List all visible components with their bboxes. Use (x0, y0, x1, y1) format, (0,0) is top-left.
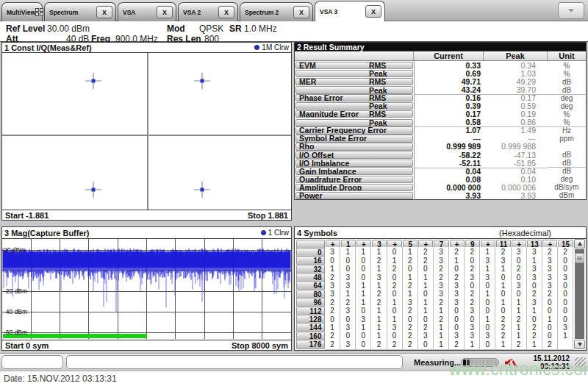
symbol-row: 962212131232011300 (295, 298, 573, 306)
vsa-application-window: MultiViewSpectrumXVSAXVSA 2XSpectrum 2XV… (0, 0, 588, 386)
tab-close-button[interactable]: X (293, 6, 309, 18)
symbol-row: 1441311322103021203 (295, 323, 573, 331)
tab-vsa-2[interactable]: VSA 2X (178, 2, 238, 21)
result-unit: deg (548, 94, 586, 102)
result-unit: ppm (548, 135, 586, 143)
result-current: 3.93 (414, 191, 484, 200)
result-label: Carrier Frequency Error (295, 126, 413, 134)
result-label: Quadrature Error (295, 176, 413, 183)
result-unit: % (548, 62, 586, 70)
symbol-cell: 0 (480, 340, 495, 350)
symbol-row-label: 176 (296, 340, 325, 349)
result-row: Magnitude ErrorRMS0.170.19% (295, 110, 586, 118)
scrollbar-track[interactable] (575, 249, 584, 339)
result-row: Peak43.2439.70dB (295, 85, 586, 93)
tab-multiview[interactable]: MultiView (1, 2, 43, 21)
symbol-cell: 2 (371, 340, 387, 350)
result-label: Gain Imbalance (295, 167, 413, 174)
symbols-format-label: (Hexadecimal) (499, 229, 584, 237)
symbol-cell (558, 340, 573, 350)
trace-label: 1M Clrw (262, 43, 289, 51)
window4-title: 4 Symbols (297, 229, 337, 237)
chevron-down-icon (568, 9, 574, 12)
tab-close-button[interactable]: X (157, 6, 173, 18)
symbol-cell: 2 (387, 340, 403, 350)
tab-bar: MultiViewSpectrumXVSAXVSA 2XSpectrum 2XV… (0, 0, 588, 21)
result-unit: dB (548, 78, 586, 86)
window-mag-capture: 3 Mag(Capture Buffer) 1 Clrw 20 dBm-20 d… (1, 226, 292, 351)
watermark: www.cntronics.com (449, 360, 588, 379)
scrollbar-thumb[interactable] (575, 253, 584, 263)
window1-title: 1 Const I/Q(Meas&Ref) (4, 43, 92, 52)
constellation-plot[interactable] (2, 53, 291, 210)
symbol-cell: 3 (340, 340, 356, 350)
result-label: Amplitude Droop (295, 184, 413, 191)
scroll-down-button[interactable] (574, 340, 585, 349)
result-row: Quadrature Error0.080.10deg (295, 175, 586, 183)
setting-value: 30.00 dBm (47, 24, 90, 34)
result-row: Rho0.999 9890.999 988 (295, 142, 586, 150)
result-row: Power3.933.93dBm (295, 191, 586, 199)
window3-trace-legend: 1 Clrw (261, 229, 289, 237)
symbol-cell: 2 (512, 340, 527, 350)
tab-close-button[interactable]: X (365, 5, 381, 18)
setting-label: SR (229, 24, 242, 34)
tab-close-button[interactable]: X (96, 6, 112, 18)
x-axis-stop-label: Stop 1.881 (248, 211, 288, 220)
symbol-row: 1280031100200122010 (295, 315, 573, 323)
result-label: Symbol Rate Error (295, 135, 413, 142)
setting-value: QPSK (199, 24, 223, 34)
result-header-current: Current (414, 51, 484, 60)
tab-spectrum[interactable]: SpectrumX (44, 2, 116, 21)
window3-title: 3 Mag(Capture Buffer) (4, 229, 90, 237)
scroll-up-button[interactable] (574, 239, 585, 249)
window2-title-bar[interactable]: 2 Result Summary (295, 43, 586, 51)
result-unit: % (548, 110, 586, 118)
symbol-cell: 0 (356, 340, 371, 350)
result-header-blank (295, 51, 414, 60)
result-row: Peak0.390.59deg (295, 101, 586, 110)
symbol-row: 1122301021103001100 (295, 306, 573, 314)
arrow-up-icon (578, 242, 582, 246)
window4-title-bar[interactable]: 4 Symbols (Hexadecimal) (295, 227, 586, 239)
result-header-unit: Unit (548, 51, 586, 60)
y-axis-tick: -40 dBm (4, 308, 27, 315)
tab-close-button[interactable]: X (218, 6, 234, 18)
result-label: Rho (295, 143, 413, 150)
mag-plot-area[interactable]: 20 dBm-20 dBm-40 dBm-60 dBm (2, 239, 291, 339)
window1-title-bar[interactable]: 1 Const I/Q(Meas&Ref) 1M Clrw (2, 43, 291, 53)
tab-label: MultiView (7, 9, 35, 16)
symbol-row: 643311221330013030 (295, 281, 573, 289)
tab-label: Spectrum (49, 9, 78, 16)
trace-marker-icon (261, 230, 266, 235)
tab-label: Spectrum 2 (245, 9, 279, 16)
window3-title-bar[interactable]: 3 Mag(Capture Buffer) 1 Clrw (2, 227, 291, 239)
symbols-table: +1+3+5+7+9+11+13+15031110123221233221600… (295, 239, 573, 349)
symbol-row: 03111012322123322 (295, 247, 573, 255)
result-unit: deg (548, 175, 586, 183)
header-fields: Ref Level30.00 dBmModQPSKSR1.0 MHzAtt40 … (0, 21, 588, 41)
result-label: Peak (295, 119, 413, 126)
arrow-down-icon (578, 343, 582, 346)
result-label: MERRMS (295, 78, 413, 85)
result-row: Amplitude Droop0.000 0000.000 006dB/sym (295, 183, 586, 191)
result-row: Peak0.691.03% (295, 69, 586, 77)
mag-svg (2, 239, 291, 339)
result-unit: deg (548, 102, 586, 110)
symbol-cell: 2 (449, 340, 465, 350)
result-row: Carrier Frequency Error1.071.49Hz (295, 126, 586, 134)
tab-vsa[interactable]: VSAX (118, 2, 176, 21)
result-unit: dB (548, 151, 586, 159)
symbol-cell: 1 (495, 340, 511, 350)
tab-spectrum-2[interactable]: Spectrum 2X (240, 2, 313, 21)
constellation-svg (2, 53, 291, 210)
tab-overflow-button[interactable] (558, 2, 584, 19)
window-symbols: 4 Symbols (Hexadecimal) +1+3+5+7+9+11+13… (294, 226, 587, 351)
result-row: Gain Imbalance0.040.04dB (295, 167, 586, 175)
window1-trace-legend: 1M Clrw (254, 43, 289, 51)
result-label: Power (295, 192, 413, 199)
symbols-scrollbar[interactable] (574, 239, 585, 349)
window-result-summary: 2 Result Summary Current Peak Unit EVMRM… (294, 42, 587, 200)
setting-label: Ref Level (6, 24, 45, 34)
tab-vsa-3[interactable]: VSA 3X (315, 1, 385, 21)
